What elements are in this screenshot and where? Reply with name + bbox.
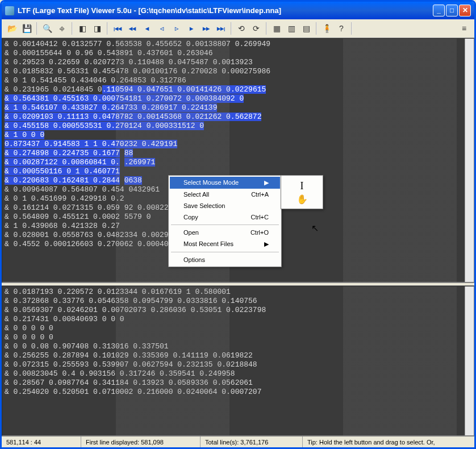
view3-button[interactable]: ▤ — [299, 22, 313, 35]
text-pane-bottom[interactable]: & 0.0187193 0.220572 0.0123344 0.0167619… — [2, 286, 474, 436]
nav-back10-button[interactable]: ◀◀ — [126, 22, 139, 35]
mouse-mode-submenu[interactable]: I ✋ — [281, 175, 323, 209]
find-button[interactable]: 🔍 — [40, 22, 54, 35]
view2-button[interactable]: ▥ — [285, 22, 298, 35]
maximize-button[interactable]: □ — [446, 5, 458, 16]
help1-button[interactable]: 🧍 — [320, 22, 333, 35]
menu-button[interactable]: ≡ — [457, 22, 471, 35]
status-tip: Tip: Hold the left button and drag to se… — [303, 436, 474, 447]
nav-last-button[interactable]: ▶▶| — [214, 22, 228, 35]
toolbar-separator — [107, 22, 108, 35]
nav-back-button[interactable]: ◀ — [140, 22, 154, 35]
titlebar[interactable]: LTF (Large Text File) Viewer 5.0u - [G:\… — [2, 2, 474, 19]
context-menu[interactable]: Select Mouse Mode▶Select AllCtrl+ASave S… — [168, 175, 282, 267]
text-line[interactable]: & 0.0569307 0.0246201 0.00702073 0.28603… — [5, 306, 471, 315]
status-position: 581,114 : 44 — [2, 436, 81, 447]
save-button[interactable]: 💾 — [20, 22, 34, 35]
text-line[interactable]: & 0.254020 0.520501 0.0710002 0.216000 0… — [5, 388, 471, 397]
toolbar-separator — [72, 22, 73, 35]
text-line[interactable]: & 0.072315 0.255593 0.539907 0.0627594 0… — [5, 360, 471, 369]
toolbar-separator — [36, 22, 37, 35]
menu-item[interactable]: Options — [170, 254, 280, 265]
toolbar: 📂 💾 🔍 ⎆ ◧ ◨ |◀◀ ◀◀ ◀ ◁ ▷ ▶ ▶▶ ▶▶| ⟲ ⟳ ▦ … — [2, 19, 474, 38]
goto-button[interactable]: ⎆ — [55, 22, 69, 35]
menu-item[interactable]: Save Selection — [170, 200, 280, 211]
text-line[interactable]: & 0.256255 0.287894 0.101029 0.335369 0.… — [5, 351, 471, 360]
toolbar-separator — [266, 22, 267, 35]
text-line[interactable]: & 0.217431 0.00840693 0 0 0 — [5, 315, 471, 324]
minimize-button[interactable]: _ — [433, 5, 445, 16]
menu-item[interactable]: Select Mouse Mode▶ — [170, 177, 280, 189]
text-line[interactable]: & 0 0 0 0 0 — [5, 324, 471, 333]
toolbar-separator — [231, 22, 232, 35]
redo-button[interactable]: ⟳ — [249, 22, 263, 35]
nav-first-button[interactable]: |◀◀ — [111, 22, 124, 35]
text-line[interactable]: & 0.564381 0.455163 0.000754181 0.270072… — [5, 94, 471, 103]
text-line[interactable]: & 0.0185832 0.56331 0.455478 0.00100176 … — [5, 67, 471, 76]
scrollbar-vertical[interactable] — [465, 39, 474, 282]
text-line[interactable]: & 0.29523 0.22659 0.0207273 0.110488 0.0… — [5, 58, 471, 67]
text-line[interactable]: & 1 0.546107 0.433827 0.264733 0.286917 … — [5, 103, 471, 113]
status-total-lines: Total line(s): 3,761,176 — [201, 436, 303, 447]
text-line[interactable]: & 0 1 0.541455 0.434046 0.264853 0.31278… — [5, 76, 471, 85]
text-line[interactable]: & 0.455158 0.000553531 0.270124 0.000331… — [5, 122, 471, 131]
text-line[interactable]: & 0.000155644 0 0.96 0.543891 0.437601 0… — [5, 49, 471, 58]
app-icon — [5, 6, 14, 15]
text-line[interactable]: 0.873437 0.914583 1 1 0.470232 0.429191 — [5, 140, 471, 149]
text-line[interactable]: & 0 0 0 0 0 — [5, 333, 471, 342]
text-line[interactable]: & 0.231965 0.0214845 0.110594 0.047651 0… — [5, 85, 471, 94]
text-line[interactable]: & 0.00140412 0.0132577 0.563538 0.455652… — [5, 40, 471, 49]
close-button[interactable]: ✕ — [459, 5, 471, 16]
scrollbar-vertical[interactable] — [465, 286, 474, 435]
bookmark-a-button[interactable]: ◧ — [76, 22, 89, 35]
undo-button[interactable]: ⟲ — [235, 22, 248, 35]
open-button[interactable]: 📂 — [5, 22, 19, 35]
hand-cursor-mode[interactable]: ✋ — [297, 194, 308, 205]
text-line[interactable]: & 0.00823045 0.4 0.903156 0.317246 0.359… — [5, 369, 471, 379]
text-line[interactable]: & 0.28567 0.0987764 0.341184 0.13923 0.0… — [5, 379, 471, 388]
bookmark-b-button[interactable]: ◨ — [90, 22, 104, 35]
window-title: LTF (Large Text File) Viewer 5.0u - [G:\… — [18, 6, 281, 15]
text-line[interactable]: & 0.274898 0.224735 0.1677 88 — [5, 149, 471, 158]
text-line[interactable]: & 0.00287122 0.00860841 0. .269971 — [5, 158, 471, 167]
nav-fwd10-button[interactable]: ▶▶ — [199, 22, 213, 35]
text-line[interactable]: & 1 0 0 0 — [5, 131, 471, 140]
menu-item[interactable]: OpenCtrl+O — [170, 227, 280, 238]
nav-prev-button[interactable]: ◁ — [155, 22, 169, 35]
text-line[interactable]: & 0.0209103 0.11113 0.0478782 0.00145368… — [5, 113, 471, 122]
text-line[interactable]: & 0 0 0.08 0.907408 0.313016 0.337501 — [5, 342, 471, 351]
statusbar: 581,114 : 44 First line displayed: 581,0… — [2, 436, 474, 447]
text-line[interactable]: & 0.372868 0.33776 0.0546358 0.0954799 0… — [5, 297, 471, 306]
toolbar-separator — [351, 22, 352, 35]
help2-button[interactable]: ? — [335, 22, 348, 35]
text-line[interactable]: & 0.0187193 0.220572 0.0123344 0.0167619… — [5, 288, 471, 297]
nav-next-button[interactable]: ▷ — [170, 22, 183, 35]
menu-item[interactable]: CopyCtrl+C — [170, 211, 280, 223]
status-first-line: First line displayed: 581,098 — [81, 436, 201, 447]
menu-item[interactable]: Most Recent Files▶ — [170, 238, 280, 250]
menu-item[interactable]: Select AllCtrl+A — [170, 189, 280, 200]
view1-button[interactable]: ▦ — [270, 22, 283, 35]
menu-separator — [171, 252, 279, 252]
nav-fwd-button[interactable]: ▶ — [185, 22, 198, 35]
toolbar-separator — [316, 22, 317, 35]
menu-separator — [171, 224, 279, 225]
text-cursor-mode[interactable]: I — [300, 180, 304, 192]
